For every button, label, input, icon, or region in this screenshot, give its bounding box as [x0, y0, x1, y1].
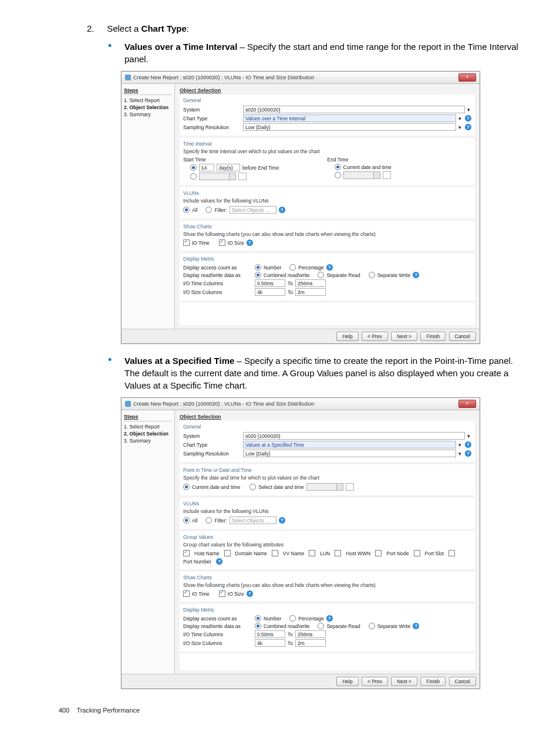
help-icon[interactable]: ? [216, 558, 222, 565]
rw-write-radio[interactable] [369, 623, 375, 629]
close-icon[interactable]: × [458, 73, 476, 82]
rw-combined-radio[interactable] [255, 623, 261, 629]
charttype-select[interactable]: Values at a Specified Time [243, 441, 456, 448]
next-button[interactable]: Next > [391, 332, 417, 341]
access-number-radio[interactable] [255, 264, 261, 271]
calendar-icon[interactable] [383, 171, 391, 179]
charttype-select[interactable]: Values over a Time Interval [243, 114, 456, 122]
vluns-filter-radio[interactable] [205, 207, 212, 213]
start-abs-spinner[interactable] [199, 173, 236, 180]
iotime-from[interactable]: 0.50ms [255, 630, 285, 638]
close-icon[interactable]: × [458, 400, 476, 408]
iotime-to[interactable]: 256ms [295, 279, 326, 287]
vluns-filter-input[interactable]: Select Objects ... [230, 517, 276, 524]
rw-combined-radio[interactable] [255, 272, 261, 278]
finish-button[interactable]: Finish [420, 677, 446, 686]
calendar-icon[interactable] [238, 173, 247, 180]
group-vvname-check[interactable] [272, 550, 278, 556]
help-icon[interactable]: ? [413, 272, 419, 278]
rw-read-radio[interactable] [318, 272, 324, 278]
pit-spinner[interactable] [306, 483, 343, 491]
end-current-radio[interactable] [335, 164, 341, 170]
help-icon[interactable]: ? [326, 264, 333, 271]
iotime-to[interactable]: 256ms [295, 630, 326, 638]
step-2[interactable]: 2. Object Selection [124, 104, 172, 111]
label-charttype: Chart Type [183, 442, 241, 448]
group-opt: Port Node [386, 551, 409, 556]
rw-read-radio[interactable] [318, 623, 324, 629]
help-button[interactable]: Help [336, 677, 358, 686]
iotime-cols-label: I/O Time Columns [183, 632, 252, 637]
iosize-check[interactable] [219, 239, 225, 246]
help-icon[interactable]: ? [247, 590, 253, 597]
help-icon[interactable]: ? [413, 623, 419, 629]
step-3[interactable]: 3. Summary [124, 111, 172, 118]
group-opt: Host Name [194, 551, 220, 556]
help-button[interactable]: Help [336, 332, 358, 341]
iosize-to[interactable]: 2m [295, 639, 326, 647]
access-number-radio[interactable] [255, 615, 261, 622]
step-1[interactable]: 1. Select Report [124, 97, 172, 104]
start-relative-value[interactable]: 14 [199, 164, 214, 171]
prev-button[interactable]: < Prev [362, 332, 388, 341]
iotime-from[interactable]: 0.50ms [255, 279, 285, 287]
access-pct-radio[interactable] [289, 615, 296, 622]
step-2[interactable]: 2. Object Selection [124, 430, 172, 437]
iosize-check[interactable] [219, 590, 225, 597]
iosize-to[interactable]: 2m [295, 288, 326, 296]
calendar-icon[interactable] [346, 483, 354, 491]
group-portslot-check[interactable] [414, 550, 420, 556]
finish-button[interactable]: Finish [420, 332, 446, 341]
help-icon[interactable]: ? [465, 441, 471, 448]
ordered-step: 2. Select a Chart Type: [87, 23, 527, 33]
iosize-from[interactable]: 4k [255, 639, 285, 647]
group-opt: Domain Name [235, 551, 267, 556]
vluns-filter-radio[interactable] [205, 517, 212, 524]
step-number: 2. [87, 23, 104, 33]
start-relative-unit[interactable]: day(s) [217, 164, 240, 171]
group-portnum-check[interactable] [448, 550, 455, 556]
group-domain-check[interactable] [224, 550, 231, 556]
end-abs-radio[interactable] [335, 172, 341, 178]
help-icon[interactable]: ? [465, 115, 471, 121]
pit-current-radio[interactable] [183, 484, 190, 490]
start-relative-radio[interactable] [190, 164, 197, 171]
vluns-all-radio[interactable] [183, 207, 190, 213]
vluns-filter-input[interactable]: Select Objects ... [230, 206, 276, 214]
group-hostwwn-check[interactable] [335, 550, 341, 556]
panel-show-charts: Show Charts Show the following charts (y… [180, 221, 475, 251]
footer-section: Tracking Performance [76, 707, 140, 714]
help-icon[interactable]: ? [279, 207, 285, 213]
pit-select-radio[interactable] [249, 484, 256, 490]
sampling-select[interactable]: Low (Daily) [243, 450, 456, 457]
sampling-select[interactable]: Low (Daily) [243, 123, 456, 131]
system-select[interactable]: s020 (1000020) [243, 432, 465, 440]
panel-vluns: VLUNs Include values for the following V… [180, 187, 475, 218]
help-icon[interactable]: ? [279, 517, 285, 524]
bullet-item: • Values over a Time Interval – Specify … [108, 40, 527, 65]
next-button[interactable]: Next > [391, 677, 417, 686]
help-icon[interactable]: ? [247, 239, 253, 246]
steps-header: Steps [124, 87, 172, 95]
step-1[interactable]: 1. Select Report [124, 423, 172, 430]
group-lun-check[interactable] [309, 550, 315, 556]
help-icon[interactable]: ? [465, 124, 471, 130]
start-abs-radio[interactable] [190, 173, 197, 180]
help-icon[interactable]: ? [326, 615, 333, 622]
rw-write-radio[interactable] [369, 272, 375, 278]
step-3[interactable]: 3. Summary [124, 437, 172, 444]
group-hostname-check[interactable] [183, 550, 190, 556]
help-icon[interactable]: ? [465, 450, 471, 457]
iosize-from[interactable]: 4k [255, 288, 285, 296]
end-abs-spinner[interactable] [343, 171, 380, 179]
cancel-button[interactable]: Cancel [449, 332, 476, 341]
vluns-all-radio[interactable] [183, 517, 190, 524]
iotime-check[interactable] [183, 590, 190, 597]
rw-write-label: Separate Write [377, 623, 411, 629]
iotime-check[interactable] [183, 239, 190, 246]
group-portnode-check[interactable] [375, 550, 382, 556]
system-select[interactable]: s020 (1000020) [243, 106, 465, 113]
cancel-button[interactable]: Cancel [449, 677, 476, 686]
access-pct-radio[interactable] [289, 264, 296, 271]
prev-button[interactable]: < Prev [362, 677, 388, 686]
